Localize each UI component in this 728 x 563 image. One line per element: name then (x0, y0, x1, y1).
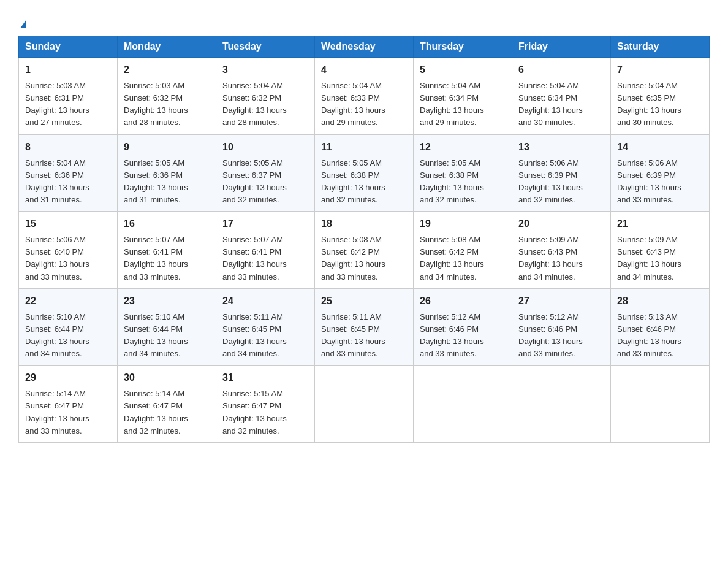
day-info: Sunrise: 5:14 AMSunset: 6:47 PMDaylight:… (25, 389, 89, 435)
day-info: Sunrise: 5:03 AMSunset: 6:32 PMDaylight:… (124, 81, 188, 127)
calendar-cell: 26Sunrise: 5:12 AMSunset: 6:46 PMDayligh… (414, 288, 512, 366)
calendar-cell (315, 366, 414, 443)
calendar-cell: 23Sunrise: 5:10 AMSunset: 6:44 PMDayligh… (118, 288, 216, 366)
day-number: 14 (617, 140, 703, 155)
day-info: Sunrise: 5:04 AMSunset: 6:32 PMDaylight:… (222, 81, 287, 127)
col-monday: Monday (118, 36, 216, 58)
calendar-week-row: 22Sunrise: 5:10 AMSunset: 6:44 PMDayligh… (19, 288, 710, 366)
day-number: 30 (124, 370, 210, 385)
day-info: Sunrise: 5:12 AMSunset: 6:46 PMDaylight:… (518, 312, 583, 358)
calendar-cell: 20Sunrise: 5:09 AMSunset: 6:43 PMDayligh… (512, 212, 611, 289)
day-info: Sunrise: 5:14 AMSunset: 6:47 PMDaylight:… (124, 389, 188, 435)
calendar-week-row: 1Sunrise: 5:03 AMSunset: 6:31 PMDaylight… (19, 58, 710, 135)
day-number: 20 (518, 216, 604, 231)
calendar-cell: 7Sunrise: 5:04 AMSunset: 6:35 PMDaylight… (611, 58, 710, 135)
day-number: 16 (124, 216, 210, 231)
calendar-cell: 19Sunrise: 5:08 AMSunset: 6:42 PMDayligh… (414, 212, 512, 289)
calendar-cell: 2Sunrise: 5:03 AMSunset: 6:32 PMDaylight… (118, 58, 216, 135)
col-friday: Friday (512, 36, 611, 58)
calendar-body: 1Sunrise: 5:03 AMSunset: 6:31 PMDaylight… (19, 58, 710, 443)
calendar-cell: 15Sunrise: 5:06 AMSunset: 6:40 PMDayligh… (19, 212, 118, 289)
day-number: 12 (420, 140, 506, 155)
day-number: 21 (617, 216, 703, 231)
logo (18, 12, 26, 29)
day-info: Sunrise: 5:07 AMSunset: 6:41 PMDaylight:… (222, 235, 287, 281)
col-thursday: Thursday (414, 36, 512, 58)
day-number: 22 (25, 294, 111, 308)
day-info: Sunrise: 5:03 AMSunset: 6:31 PMDaylight:… (25, 81, 89, 127)
calendar-cell: 1Sunrise: 5:03 AMSunset: 6:31 PMDaylight… (19, 58, 118, 135)
day-info: Sunrise: 5:06 AMSunset: 6:40 PMDaylight:… (25, 235, 89, 281)
day-info: Sunrise: 5:04 AMSunset: 6:36 PMDaylight:… (25, 158, 89, 204)
day-info: Sunrise: 5:13 AMSunset: 6:46 PMDaylight:… (617, 312, 681, 358)
day-info: Sunrise: 5:04 AMSunset: 6:34 PMDaylight:… (420, 81, 484, 127)
calendar-cell (611, 366, 710, 443)
day-number: 6 (518, 63, 604, 77)
calendar-cell: 6Sunrise: 5:04 AMSunset: 6:34 PMDaylight… (512, 58, 611, 135)
calendar-cell: 21Sunrise: 5:09 AMSunset: 6:43 PMDayligh… (611, 212, 710, 289)
day-number: 31 (222, 370, 308, 385)
day-info: Sunrise: 5:06 AMSunset: 6:39 PMDaylight:… (617, 158, 681, 204)
day-number: 7 (617, 63, 703, 77)
calendar-cell: 28Sunrise: 5:13 AMSunset: 6:46 PMDayligh… (611, 288, 710, 366)
day-number: 11 (321, 140, 407, 155)
calendar-week-row: 29Sunrise: 5:14 AMSunset: 6:47 PMDayligh… (19, 366, 710, 443)
day-number: 27 (518, 294, 604, 308)
day-number: 9 (124, 140, 210, 155)
day-number: 4 (321, 63, 407, 77)
day-number: 17 (222, 216, 308, 231)
day-number: 2 (124, 63, 210, 77)
calendar-header: Sunday Monday Tuesday Wednesday Thursday… (19, 36, 710, 58)
day-info: Sunrise: 5:09 AMSunset: 6:43 PMDaylight:… (518, 235, 583, 281)
day-info: Sunrise: 5:12 AMSunset: 6:46 PMDaylight:… (420, 312, 484, 358)
day-number: 3 (222, 63, 308, 77)
day-number: 5 (420, 63, 506, 77)
day-info: Sunrise: 5:09 AMSunset: 6:43 PMDaylight:… (617, 235, 681, 281)
col-wednesday: Wednesday (315, 36, 414, 58)
calendar-cell: 17Sunrise: 5:07 AMSunset: 6:41 PMDayligh… (216, 212, 315, 289)
col-tuesday: Tuesday (216, 36, 315, 58)
day-info: Sunrise: 5:05 AMSunset: 6:36 PMDaylight:… (124, 158, 188, 204)
logo-general-row (18, 12, 26, 29)
day-info: Sunrise: 5:05 AMSunset: 6:38 PMDaylight:… (420, 158, 484, 204)
day-info: Sunrise: 5:08 AMSunset: 6:42 PMDaylight:… (420, 235, 484, 281)
day-number: 1 (25, 63, 111, 77)
day-info: Sunrise: 5:06 AMSunset: 6:39 PMDaylight:… (518, 158, 583, 204)
calendar-cell: 18Sunrise: 5:08 AMSunset: 6:42 PMDayligh… (315, 212, 414, 289)
calendar-cell: 11Sunrise: 5:05 AMSunset: 6:38 PMDayligh… (315, 134, 414, 212)
day-info: Sunrise: 5:04 AMSunset: 6:34 PMDaylight:… (518, 81, 583, 127)
col-sunday: Sunday (19, 36, 118, 58)
calendar-cell: 30Sunrise: 5:14 AMSunset: 6:47 PMDayligh… (118, 366, 216, 443)
calendar-cell: 13Sunrise: 5:06 AMSunset: 6:39 PMDayligh… (512, 134, 611, 212)
day-info: Sunrise: 5:11 AMSunset: 6:45 PMDaylight:… (321, 312, 385, 358)
calendar-cell: 12Sunrise: 5:05 AMSunset: 6:38 PMDayligh… (414, 134, 512, 212)
day-info: Sunrise: 5:07 AMSunset: 6:41 PMDaylight:… (124, 235, 188, 281)
day-info: Sunrise: 5:05 AMSunset: 6:38 PMDaylight:… (321, 158, 385, 204)
calendar-cell: 4Sunrise: 5:04 AMSunset: 6:33 PMDaylight… (315, 58, 414, 135)
calendar-cell: 10Sunrise: 5:05 AMSunset: 6:37 PMDayligh… (216, 134, 315, 212)
calendar-cell: 9Sunrise: 5:05 AMSunset: 6:36 PMDaylight… (118, 134, 216, 212)
day-number: 19 (420, 216, 506, 231)
day-number: 13 (518, 140, 604, 155)
day-number: 15 (25, 216, 111, 231)
logo-triangle-icon (20, 20, 26, 28)
calendar-cell: 16Sunrise: 5:07 AMSunset: 6:41 PMDayligh… (118, 212, 216, 289)
day-info: Sunrise: 5:04 AMSunset: 6:35 PMDaylight:… (617, 81, 681, 127)
day-info: Sunrise: 5:10 AMSunset: 6:44 PMDaylight:… (124, 312, 188, 358)
day-info: Sunrise: 5:15 AMSunset: 6:47 PMDaylight:… (222, 389, 287, 435)
calendar-cell: 29Sunrise: 5:14 AMSunset: 6:47 PMDayligh… (19, 366, 118, 443)
day-info: Sunrise: 5:11 AMSunset: 6:45 PMDaylight:… (222, 312, 287, 358)
day-info: Sunrise: 5:08 AMSunset: 6:42 PMDaylight:… (321, 235, 385, 281)
header-row: Sunday Monday Tuesday Wednesday Thursday… (19, 36, 710, 58)
day-number: 29 (25, 370, 111, 385)
day-number: 26 (420, 294, 506, 308)
calendar-cell: 25Sunrise: 5:11 AMSunset: 6:45 PMDayligh… (315, 288, 414, 366)
day-number: 10 (222, 140, 308, 155)
calendar-table: Sunday Monday Tuesday Wednesday Thursday… (18, 36, 710, 443)
col-saturday: Saturday (611, 36, 710, 58)
calendar-cell: 14Sunrise: 5:06 AMSunset: 6:39 PMDayligh… (611, 134, 710, 212)
day-info: Sunrise: 5:04 AMSunset: 6:33 PMDaylight:… (321, 81, 385, 127)
calendar-week-row: 8Sunrise: 5:04 AMSunset: 6:36 PMDaylight… (19, 134, 710, 212)
calendar-cell: 24Sunrise: 5:11 AMSunset: 6:45 PMDayligh… (216, 288, 315, 366)
calendar-cell (512, 366, 611, 443)
